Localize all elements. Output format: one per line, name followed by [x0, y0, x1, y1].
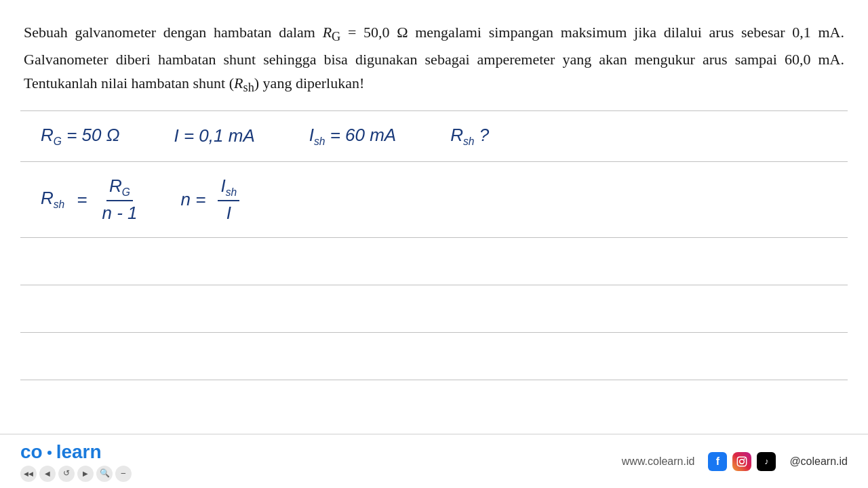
- fraction-numerator: RG: [106, 176, 133, 201]
- tiktok-icon[interactable]: ♪: [757, 452, 776, 471]
- rsh-formula: Rsh = RG n - 1: [41, 176, 140, 224]
- svg-rect-0: [738, 457, 747, 466]
- toolbar-back-icon[interactable]: ◀◀: [20, 466, 37, 482]
- logo-co: co: [20, 441, 43, 463]
- facebook-icon[interactable]: f: [708, 452, 727, 471]
- empty-line-1: [20, 237, 848, 285]
- empty-line-3: [20, 332, 848, 380]
- empty-lines-area: [20, 237, 848, 427]
- given-values-section: RG = 50 Ω I = 0,1 mA Ish = 60 mA Rsh ?: [20, 110, 848, 161]
- instagram-icon[interactable]: [732, 452, 751, 471]
- rg-value: RG = 50 Ω: [41, 125, 119, 148]
- formula-section: Rsh = RG n - 1 n = Ish I: [20, 161, 848, 237]
- toolbar-zoom-icon[interactable]: 🔍: [96, 466, 113, 482]
- i-value: I = 0,1 mA: [174, 125, 254, 146]
- svg-point-2: [744, 458, 745, 460]
- formula-row: Rsh = RG n - 1 n = Ish I: [41, 172, 834, 227]
- empty-line-2: [20, 285, 848, 332]
- toolbar-replay-icon[interactable]: ↺: [58, 466, 75, 482]
- problem-text: Sebuah galvanometer dengan hambatan dala…: [20, 14, 848, 105]
- n-denominator: I: [224, 201, 234, 224]
- logo-learn: learn: [56, 441, 102, 463]
- n-eq-label: n =: [181, 189, 206, 210]
- toolbar-minus-icon[interactable]: −: [115, 466, 132, 482]
- given-values-row: RG = 50 Ω I = 0,1 mA Ish = 60 mA Rsh ?: [34, 119, 834, 153]
- footer-right: www.colearn.id f ♪ @colearn.id: [622, 452, 848, 471]
- social-handle: @colearn.id: [789, 455, 848, 468]
- n-numerator: Ish: [218, 176, 239, 201]
- ish-value: Ish = 60 mA: [309, 125, 397, 148]
- equals-sign: =: [77, 189, 87, 210]
- n-formula: n = Ish I: [181, 176, 240, 224]
- svg-point-1: [740, 459, 745, 464]
- footer: co learn ◀◀ ◀ ↺ ▶ 🔍 − www.colearn.id f: [0, 434, 868, 488]
- rsh-unknown: Rsh ?: [450, 125, 489, 148]
- website-url: www.colearn.id: [622, 455, 695, 468]
- rsh-label: Rsh: [41, 188, 64, 211]
- empty-line-4: [20, 380, 848, 427]
- footer-left: co learn ◀◀ ◀ ↺ ▶ 🔍 −: [20, 441, 132, 482]
- social-icons: f ♪: [708, 452, 776, 471]
- main-content: Sebuah galvanometer dengan hambatan dala…: [0, 0, 868, 434]
- toolbar-icons[interactable]: ◀◀ ◀ ↺ ▶ 🔍 −: [20, 466, 132, 482]
- toolbar-next-icon[interactable]: ▶: [77, 466, 94, 482]
- toolbar-prev-icon[interactable]: ◀: [39, 466, 56, 482]
- fraction-denominator: n - 1: [99, 201, 140, 224]
- colearn-logo: co learn: [20, 441, 102, 463]
- fraction-rg-over-n-minus-1: RG n - 1: [99, 176, 140, 224]
- fraction-ish-over-i: Ish I: [218, 176, 239, 224]
- logo-dot: [47, 451, 52, 455]
